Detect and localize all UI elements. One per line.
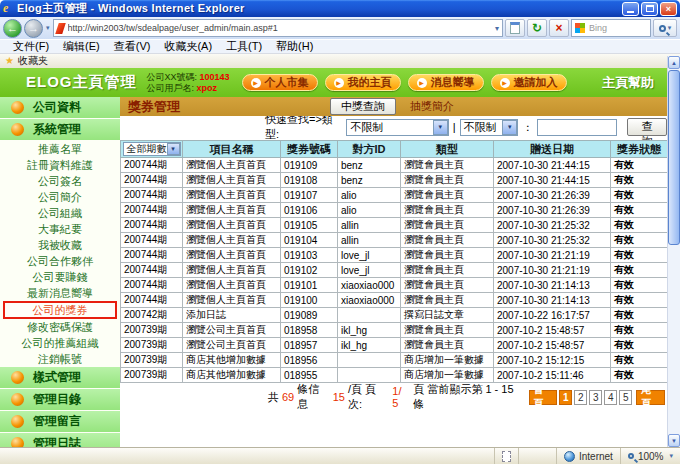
sidebar-item[interactable]: 公司的獎券 (3, 301, 117, 319)
cell-date: 2007-10-30 21:26:39 (494, 203, 611, 218)
sidebar-item[interactable]: 公司合作夥伴 (0, 253, 120, 269)
cell-target-id[interactable]: benz (338, 173, 401, 188)
cell-date: 2007-10-2 15:48:57 (494, 338, 611, 353)
sidebar-section[interactable]: 管理留言 (0, 411, 120, 432)
maximize-button[interactable] (641, 2, 658, 16)
company-info: 公司XX號碼: 100143 公司用戶名: xpoz (147, 72, 230, 94)
banner-nav-button[interactable]: ▶消息嚮導 (408, 74, 484, 91)
sidebar-item[interactable]: 大事紀要 (0, 221, 120, 237)
banner-nav-button[interactable]: ▶邀請加入 (491, 74, 567, 91)
cell-item-name: 瀏覽個人主頁首頁 (183, 233, 281, 248)
cell-target-id[interactable]: allin (338, 233, 401, 248)
back-button[interactable]: ← (3, 19, 22, 38)
first-page-button[interactable]: 首頁 (529, 390, 558, 405)
minimize-button[interactable] (622, 2, 639, 16)
cell-coupon-code: 019103 (281, 248, 338, 263)
sidebar-item[interactable]: 修改密碼保護 (0, 319, 120, 335)
zoom-control[interactable]: 100% ▾ (620, 448, 680, 464)
cell-type: 瀏覽會員主頁 (401, 323, 494, 338)
homepage-help-link[interactable]: 主頁幫助 (602, 74, 654, 92)
favorites-star-icon[interactable]: ★ (5, 56, 14, 66)
filter-colon: ： (522, 120, 533, 135)
cell-target-id[interactable]: benz (338, 158, 401, 173)
sidebar-item[interactable]: 推薦名單 (0, 141, 120, 157)
page-button[interactable]: 5 (619, 390, 632, 405)
sidebar-section[interactable]: 樣式管理 (0, 367, 120, 388)
sidebar-item[interactable]: 註冊資料維護 (0, 157, 120, 173)
recent-pages-dropdown-icon[interactable]: ▾ (45, 24, 51, 32)
page-button[interactable] (505, 19, 525, 37)
sidebar-item[interactable]: 公司的推薦組織 (0, 335, 120, 351)
menu-item[interactable]: 编辑(E) (56, 39, 107, 54)
cell-target-id[interactable]: alio (338, 203, 401, 218)
type-select[interactable]: 不限制 ▾ (346, 119, 448, 136)
cell-type: 瀏覽會員主頁 (401, 263, 494, 278)
refresh-icon: ↻ (532, 22, 542, 34)
cell-target-id (338, 308, 401, 323)
menu-item[interactable]: 收藏夹(A) (157, 39, 219, 54)
refresh-button[interactable]: ↻ (527, 19, 547, 37)
cell-period: 200744期 (121, 278, 183, 293)
stop-button[interactable]: × (549, 19, 569, 37)
last-page-button[interactable]: 尾頁 (636, 390, 665, 405)
page-button[interactable]: 3 (589, 390, 602, 405)
address-bar[interactable]: http://win2003/tw/sdealpage/user_admin/m… (53, 19, 503, 37)
winning-query-button[interactable]: 中獎查詢 (330, 98, 396, 115)
scrollbar-thumb[interactable] (668, 70, 680, 245)
cell-target-id[interactable]: xiaoxiao000 (338, 293, 401, 308)
sidebar-item[interactable]: 注銷帳號 (0, 351, 120, 367)
coupon-table: 全部期數 ▾ 項目名稱獎券號碼對方ID類型贈送日期獎券狀態 200744期瀏覽個… (120, 140, 668, 383)
menu-item[interactable]: 帮助(H) (269, 39, 320, 54)
search-dropdown-icon: ▾ (668, 24, 672, 32)
ie-logo-icon: e (3, 1, 17, 16)
scroll-up-icon[interactable]: ▲ (668, 56, 680, 69)
cell-target-id[interactable]: love_jl (338, 263, 401, 278)
sidebar-item[interactable]: 公司簡介 (0, 189, 120, 205)
sidebar-item[interactable]: 公司簽名 (0, 173, 120, 189)
page-button[interactable]: 1 (559, 390, 572, 405)
sidebar-section[interactable]: 系統管理 (0, 119, 120, 140)
sidebar-section-label: 公司資料 (33, 99, 81, 116)
sidebar-section[interactable]: 公司資料 (0, 97, 120, 118)
cell-period: 200739期 (121, 353, 183, 368)
sidebar-item[interactable]: 公司組織 (0, 205, 120, 221)
page-button[interactable]: 2 (574, 390, 587, 405)
banner-nav-button[interactable]: ▶我的主頁 (325, 74, 401, 91)
menu-item[interactable]: 查看(V) (107, 39, 158, 54)
menu-item[interactable]: 文件(F) (6, 39, 56, 54)
sidebar-item[interactable]: 最新消息嚮導 (0, 285, 120, 301)
forward-button[interactable]: → (24, 19, 43, 38)
sidebar-section[interactable]: 管理目錄 (0, 389, 120, 410)
favorites-label[interactable]: 收藏夹 (18, 54, 48, 68)
keyword-input[interactable] (537, 119, 617, 136)
scroll-down-icon[interactable]: ▼ (668, 434, 680, 447)
table-row: 200739期瀏覽公司主頁首頁018957ikl_hg瀏覽會員主頁2007-10… (121, 338, 668, 353)
banner-nav-button[interactable]: ▶个人市集 (242, 74, 318, 91)
cell-coupon-code: 019102 (281, 263, 338, 278)
cell-target-id[interactable]: xiaoxiao000 (338, 278, 401, 293)
cell-target-id[interactable]: alio (338, 188, 401, 203)
sidebar-item[interactable]: 我被收藏 (0, 237, 120, 253)
cell-coupon-code: 018958 (281, 323, 338, 338)
search-button[interactable]: ▾ (653, 19, 677, 37)
vertical-scrollbar[interactable]: ▲ ▼ (667, 56, 680, 447)
lottery-intro-link[interactable]: 抽獎簡介 (410, 99, 454, 114)
page-button[interactable]: 4 (604, 390, 617, 405)
subtype-select[interactable]: 不限制 ▾ (460, 119, 519, 136)
table-row: 200742期添加日誌019089撰寫日誌文章2007-10-22 16:17:… (121, 308, 668, 323)
play-icon: ▶ (417, 78, 427, 88)
address-dropdown-icon[interactable]: ▾ (495, 24, 499, 33)
cell-date: 2007-10-30 21:44:15 (494, 158, 611, 173)
close-button[interactable]: × (660, 2, 677, 16)
menu-item[interactable]: 工具(T) (219, 39, 269, 54)
cell-target-id[interactable]: ikl_hg (338, 338, 401, 353)
cell-target-id[interactable]: love_jl (338, 248, 401, 263)
cell-date: 2007-10-30 21:21:19 (494, 263, 611, 278)
query-button[interactable]: 查 詢 (627, 118, 667, 136)
cell-target-id[interactable]: ikl_hg (338, 323, 401, 338)
cell-target-id[interactable]: allin (338, 218, 401, 233)
sidebar-section[interactable]: 管理日誌 (0, 433, 120, 447)
search-input[interactable]: Bing (571, 19, 651, 37)
period-select[interactable]: 全部期數 ▾ (123, 142, 181, 156)
sidebar-item[interactable]: 公司要賺錢 (0, 269, 120, 285)
